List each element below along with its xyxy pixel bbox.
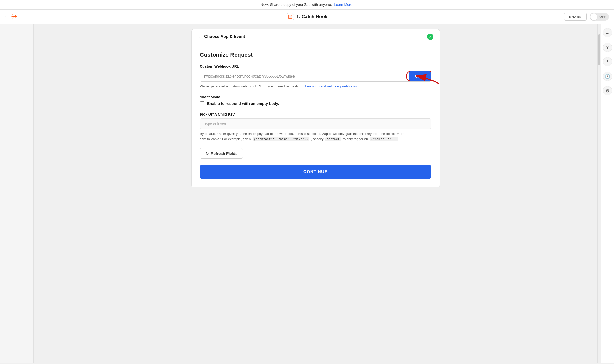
announcement-text: New: Share a copy of your Zap with anyon… [261, 3, 332, 7]
webhook-url-label: Custom Webhook URL [200, 64, 431, 69]
main-header: ‹ ✳ 1. Catch Hook SHARE OFF [0, 10, 614, 24]
menu-icon-button[interactable]: ≡ [603, 28, 612, 37]
menu-icon: ≡ [606, 31, 609, 35]
webhook-url-container: Copy [200, 71, 431, 82]
customize-section: Customize Request Custom Webhook URL Cop… [192, 44, 440, 187]
clock-icon-button[interactable]: 🕐 [603, 72, 612, 81]
gear-icon-button[interactable]: ⚙ [603, 86, 612, 95]
customize-title: Customize Request [200, 51, 431, 58]
help-icon: ? [606, 45, 609, 50]
info-icon: ! [607, 59, 608, 64]
choose-app-title: Choose App & Event [204, 34, 245, 39]
silent-mode-checkbox[interactable] [200, 101, 204, 106]
scrollbar-thumb[interactable] [598, 34, 600, 65]
more-link[interactable]: more [397, 132, 405, 136]
child-key-label: Pick Off A Child Key [200, 112, 431, 116]
child-key-input[interactable] [200, 118, 431, 129]
zapier-logo: ✳ [10, 13, 18, 21]
refresh-fields-button[interactable]: ↻ Refresh Fields [200, 148, 243, 159]
scrollbar-area[interactable] [597, 24, 601, 363]
help-icon-button[interactable]: ? [603, 43, 612, 52]
copy-button-wrapper: Copy [409, 71, 431, 81]
header-left: ‹ ✳ [5, 13, 18, 21]
learn-more-link[interactable]: Learn More [334, 3, 353, 7]
left-panel [0, 24, 34, 363]
right-sidebar: ≡ ? ! 🕐 ⚙ [601, 24, 614, 363]
chevron-down-icon: ⌄ [198, 34, 201, 39]
announcement-bar: New: Share a copy of your Zap with anyon… [0, 0, 614, 10]
share-button[interactable]: SHARE [564, 13, 587, 21]
back-button[interactable]: ‹ [5, 14, 7, 19]
silent-mode-label: Silent Mode [200, 95, 431, 99]
silent-mode-checkbox-label: Enable to respond with an empty body. [207, 101, 279, 106]
code-snippet-2: contact [325, 137, 341, 141]
code-snippet-1: {"contact": {"name": "Mike"}} [253, 137, 309, 141]
continue-button[interactable]: CONTINUE [200, 165, 431, 179]
copy-button[interactable]: Copy [409, 71, 431, 81]
header-center: 1. Catch Hook [287, 13, 327, 20]
main-layout: ⌄ Choose App & Event ✓ Customize Request… [0, 24, 614, 363]
info-icon-button[interactable]: ! [603, 57, 612, 66]
on-off-toggle[interactable]: OFF [590, 13, 609, 21]
main-card: ⌄ Choose App & Event ✓ Customize Request… [191, 29, 440, 187]
webhook-url-description: We've generated a custom webhook URL for… [200, 84, 431, 89]
zapier-star-icon: ✳ [11, 12, 17, 21]
choose-app-left: ⌄ Choose App & Event [198, 34, 245, 39]
webhook-url-group: Custom Webhook URL Copy [200, 64, 431, 89]
learn-webhooks-link[interactable]: Learn more about using webhooks. [305, 84, 358, 88]
refresh-fields-label: Refresh Fields [211, 151, 237, 156]
refresh-icon: ↻ [205, 151, 209, 156]
completed-check-icon: ✓ [427, 34, 433, 40]
page-title: 1. Catch Hook [296, 14, 327, 19]
silent-mode-group: Silent Mode Enable to respond with an em… [200, 95, 431, 106]
gear-icon: ⚙ [606, 88, 609, 93]
toggle-label: OFF [597, 15, 608, 19]
header-right: SHARE OFF [564, 13, 609, 21]
choose-app-section[interactable]: ⌄ Choose App & Event ✓ [192, 29, 440, 44]
content-area: ⌄ Choose App & Event ✓ Customize Request… [34, 24, 597, 363]
silent-mode-row: Enable to respond with an empty body. [200, 101, 431, 106]
child-key-group: Pick Off A Child Key By default, Zapier … [200, 112, 431, 142]
clock-icon: 🕐 [605, 74, 610, 79]
webhook-url-input[interactable] [200, 71, 409, 81]
toggle-knob [590, 13, 597, 20]
child-key-description: By default, Zapier gives you the entire … [200, 131, 431, 142]
code-snippet-3: {"name": "M... [370, 137, 399, 141]
webhook-app-icon [287, 13, 294, 20]
